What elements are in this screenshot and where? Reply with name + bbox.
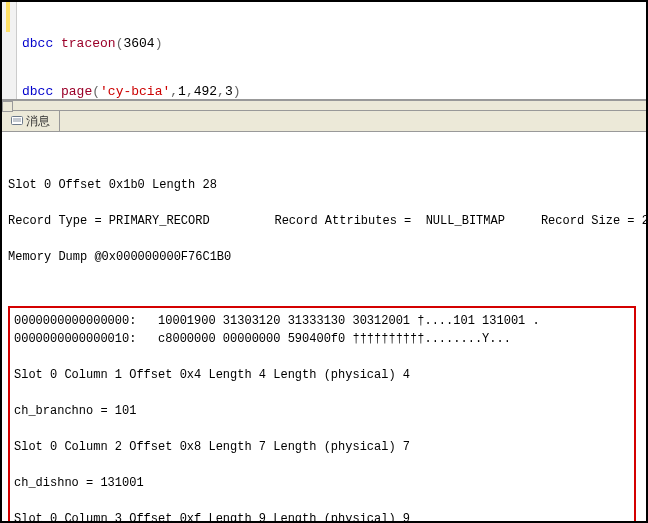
paren-open: ( bbox=[92, 84, 100, 99]
splitter-handle[interactable] bbox=[2, 101, 13, 112]
code-editor[interactable]: dbcc traceon(3604) dbcc page('cy-bcia',1… bbox=[2, 2, 646, 100]
output-line: ch_dishno = 131001 bbox=[14, 474, 630, 492]
code-line-1: dbcc traceon(3604) bbox=[22, 36, 241, 52]
splitter[interactable] bbox=[2, 100, 646, 111]
output-line: Memory Dump @0x000000000F76C1B0 bbox=[8, 248, 640, 266]
output-line: 0000000000000010: c8000000 00000000 5904… bbox=[14, 330, 630, 348]
paren-close: ) bbox=[155, 36, 163, 51]
arg-3604: 3604 bbox=[123, 36, 154, 51]
output-line: Record Type = PRIMARY_RECORD Record Attr… bbox=[8, 212, 640, 230]
output-pre-lines: Slot 0 Offset 0x1b0 Length 28 Record Typ… bbox=[8, 176, 640, 266]
output-line bbox=[14, 348, 630, 366]
output-line bbox=[14, 492, 630, 510]
output-line bbox=[8, 230, 640, 248]
svg-rect-0 bbox=[12, 117, 23, 125]
change-marker bbox=[6, 2, 10, 32]
output-line: ch_branchno = 101 bbox=[14, 402, 630, 420]
code-lines: dbcc traceon(3604) dbcc page('cy-bcia',1… bbox=[22, 4, 241, 132]
output-line: Slot 0 Offset 0x1b0 Length 28 bbox=[8, 176, 640, 194]
output-line bbox=[14, 420, 630, 438]
arg-str: 'cy-bcia' bbox=[100, 84, 170, 99]
highlighted-output: 0000000000000000: 10001900 31303120 3133… bbox=[8, 306, 636, 523]
paren-close: ) bbox=[233, 84, 241, 99]
keyword-dbcc: dbcc bbox=[22, 84, 53, 99]
fn-page: page bbox=[53, 84, 92, 99]
output-line bbox=[14, 456, 630, 474]
messages-icon bbox=[11, 115, 23, 127]
code-line-2: dbcc page('cy-bcia',1,492,3) bbox=[22, 84, 241, 100]
editor-gutter bbox=[2, 2, 17, 99]
output-line: 0000000000000000: 10001900 31303120 3133… bbox=[14, 312, 630, 330]
output-line: Slot 0 Column 3 Offset 0xf Length 9 Leng… bbox=[14, 510, 630, 523]
keyword-dbcc: dbcc bbox=[22, 36, 53, 51]
fn-traceon: traceon bbox=[53, 36, 115, 51]
output-line: Slot 0 Column 1 Offset 0x4 Length 4 Leng… bbox=[14, 366, 630, 384]
output-line bbox=[8, 194, 640, 212]
output-line: Slot 0 Column 2 Offset 0x8 Length 7 Leng… bbox=[14, 438, 630, 456]
output-line bbox=[14, 384, 630, 402]
output-pane[interactable]: Slot 0 Offset 0x1b0 Length 28 Record Typ… bbox=[2, 132, 646, 523]
